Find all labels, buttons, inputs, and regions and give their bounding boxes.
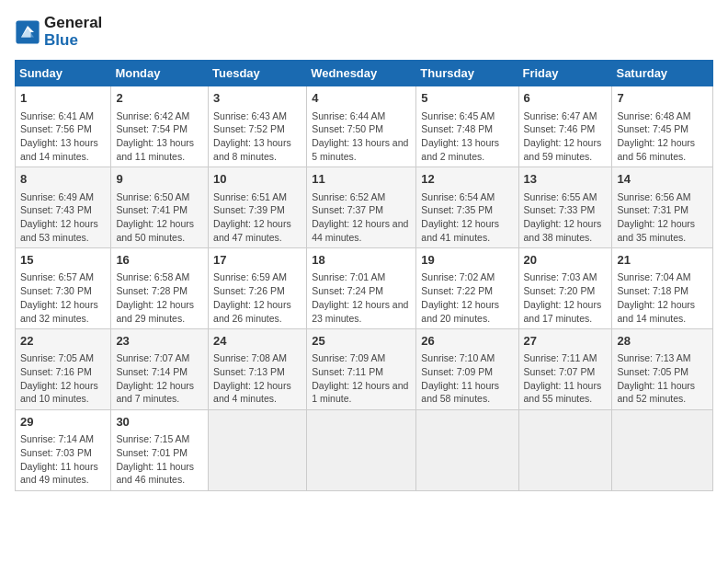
day-number: 20 <box>524 252 608 269</box>
day-number: 11 <box>312 171 411 188</box>
weekday-header-tuesday: Tuesday <box>209 61 307 86</box>
day-info: Sunrise: 6:45 AMSunset: 7:48 PMDaylight:… <box>421 109 513 164</box>
calendar-day-20: 20Sunrise: 7:03 AMSunset: 7:20 PMDayligh… <box>518 248 612 329</box>
calendar-day-16: 16Sunrise: 6:58 AMSunset: 7:28 PMDayligh… <box>111 248 209 329</box>
weekday-header-wednesday: Wednesday <box>307 61 416 86</box>
weekday-header-friday: Friday <box>518 61 612 86</box>
day-info: Sunrise: 7:04 AMSunset: 7:18 PMDaylight:… <box>617 270 708 325</box>
day-info: Sunrise: 7:03 AMSunset: 7:20 PMDaylight:… <box>524 270 608 325</box>
calendar-week-3: 22Sunrise: 7:05 AMSunset: 7:16 PMDayligh… <box>16 329 713 410</box>
day-info: Sunrise: 6:52 AMSunset: 7:37 PMDaylight:… <box>312 190 411 245</box>
day-info: Sunrise: 6:58 AMSunset: 7:28 PMDaylight:… <box>116 270 203 325</box>
calendar-table: SundayMondayTuesdayWednesdayThursdayFrid… <box>15 60 713 491</box>
day-info: Sunrise: 6:56 AMSunset: 7:31 PMDaylight:… <box>617 190 708 245</box>
day-number: 15 <box>20 252 106 269</box>
logo: General Blue <box>15 15 102 49</box>
day-info: Sunrise: 6:51 AMSunset: 7:39 PMDaylight:… <box>213 190 301 245</box>
calendar-day-empty <box>416 410 518 491</box>
calendar-week-4: 29Sunrise: 7:14 AMSunset: 7:03 PMDayligh… <box>16 410 713 491</box>
calendar-day-23: 23Sunrise: 7:07 AMSunset: 7:14 PMDayligh… <box>111 329 209 410</box>
day-number: 21 <box>617 252 708 269</box>
day-number: 19 <box>421 252 513 269</box>
day-number: 24 <box>213 333 301 350</box>
day-number: 17 <box>213 252 301 269</box>
calendar-day-19: 19Sunrise: 7:02 AMSunset: 7:22 PMDayligh… <box>416 248 518 329</box>
calendar-day-1: 1Sunrise: 6:41 AMSunset: 7:56 PMDaylight… <box>16 86 111 167</box>
day-number: 13 <box>524 171 608 188</box>
calendar-day-27: 27Sunrise: 7:11 AMSunset: 7:07 PMDayligh… <box>518 329 612 410</box>
calendar-day-6: 6Sunrise: 6:47 AMSunset: 7:46 PMDaylight… <box>518 86 612 167</box>
day-number: 2 <box>116 90 203 107</box>
day-info: Sunrise: 7:01 AMSunset: 7:24 PMDaylight:… <box>312 270 411 325</box>
calendar-day-13: 13Sunrise: 6:55 AMSunset: 7:33 PMDayligh… <box>518 167 612 248</box>
weekday-header-thursday: Thursday <box>416 61 518 86</box>
calendar-day-26: 26Sunrise: 7:10 AMSunset: 7:09 PMDayligh… <box>416 329 518 410</box>
calendar-day-4: 4Sunrise: 6:44 AMSunset: 7:50 PMDaylight… <box>307 86 416 167</box>
day-info: Sunrise: 6:43 AMSunset: 7:52 PMDaylight:… <box>213 109 301 164</box>
day-info: Sunrise: 7:15 AMSunset: 7:01 PMDaylight:… <box>116 432 203 487</box>
day-number: 29 <box>20 414 106 431</box>
day-number: 4 <box>312 90 411 107</box>
day-number: 30 <box>116 414 203 431</box>
calendar-day-empty <box>518 410 612 491</box>
calendar-day-empty <box>612 410 713 491</box>
calendar-day-2: 2Sunrise: 6:42 AMSunset: 7:54 PMDaylight… <box>111 86 209 167</box>
day-info: Sunrise: 7:14 AMSunset: 7:03 PMDaylight:… <box>20 432 106 487</box>
calendar-day-11: 11Sunrise: 6:52 AMSunset: 7:37 PMDayligh… <box>307 167 416 248</box>
day-number: 7 <box>617 90 708 107</box>
day-number: 14 <box>617 171 708 188</box>
calendar-day-15: 15Sunrise: 6:57 AMSunset: 7:30 PMDayligh… <box>16 248 111 329</box>
day-number: 28 <box>617 333 708 350</box>
calendar-week-2: 15Sunrise: 6:57 AMSunset: 7:30 PMDayligh… <box>16 248 713 329</box>
day-info: Sunrise: 6:42 AMSunset: 7:54 PMDaylight:… <box>116 109 203 164</box>
day-number: 26 <box>421 333 513 350</box>
calendar-day-14: 14Sunrise: 6:56 AMSunset: 7:31 PMDayligh… <box>612 167 713 248</box>
day-info: Sunrise: 6:48 AMSunset: 7:45 PMDaylight:… <box>617 109 708 164</box>
day-info: Sunrise: 6:57 AMSunset: 7:30 PMDaylight:… <box>20 270 106 325</box>
day-number: 3 <box>213 90 301 107</box>
calendar-day-17: 17Sunrise: 6:59 AMSunset: 7:26 PMDayligh… <box>209 248 307 329</box>
calendar-week-0: 1Sunrise: 6:41 AMSunset: 7:56 PMDaylight… <box>16 86 713 167</box>
calendar-week-1: 8Sunrise: 6:49 AMSunset: 7:43 PMDaylight… <box>16 167 713 248</box>
calendar-day-21: 21Sunrise: 7:04 AMSunset: 7:18 PMDayligh… <box>612 248 713 329</box>
day-number: 18 <box>312 252 411 269</box>
day-number: 23 <box>116 333 203 350</box>
calendar-day-29: 29Sunrise: 7:14 AMSunset: 7:03 PMDayligh… <box>16 410 111 491</box>
day-number: 10 <box>213 171 301 188</box>
calendar-day-5: 5Sunrise: 6:45 AMSunset: 7:48 PMDaylight… <box>416 86 518 167</box>
day-info: Sunrise: 6:50 AMSunset: 7:41 PMDaylight:… <box>116 190 203 245</box>
day-info: Sunrise: 7:13 AMSunset: 7:05 PMDaylight:… <box>617 351 708 406</box>
day-info: Sunrise: 7:07 AMSunset: 7:14 PMDaylight:… <box>116 351 203 406</box>
day-info: Sunrise: 7:09 AMSunset: 7:11 PMDaylight:… <box>312 351 411 406</box>
day-info: Sunrise: 6:47 AMSunset: 7:46 PMDaylight:… <box>524 109 608 164</box>
day-number: 27 <box>524 333 608 350</box>
weekday-header-sunday: Sunday <box>16 61 111 86</box>
calendar-day-empty <box>209 410 307 491</box>
day-info: Sunrise: 7:08 AMSunset: 7:13 PMDaylight:… <box>213 351 301 406</box>
calendar-day-8: 8Sunrise: 6:49 AMSunset: 7:43 PMDaylight… <box>16 167 111 248</box>
page-header: General Blue <box>15 15 713 49</box>
calendar-day-24: 24Sunrise: 7:08 AMSunset: 7:13 PMDayligh… <box>209 329 307 410</box>
day-info: Sunrise: 6:54 AMSunset: 7:35 PMDaylight:… <box>421 190 513 245</box>
day-number: 16 <box>116 252 203 269</box>
weekday-header-monday: Monday <box>111 61 209 86</box>
day-info: Sunrise: 6:41 AMSunset: 7:56 PMDaylight:… <box>20 109 106 164</box>
calendar-day-25: 25Sunrise: 7:09 AMSunset: 7:11 PMDayligh… <box>307 329 416 410</box>
day-info: Sunrise: 6:55 AMSunset: 7:33 PMDaylight:… <box>524 190 608 245</box>
day-number: 9 <box>116 171 203 188</box>
day-info: Sunrise: 6:44 AMSunset: 7:50 PMDaylight:… <box>312 109 411 164</box>
day-info: Sunrise: 6:59 AMSunset: 7:26 PMDaylight:… <box>213 270 301 325</box>
calendar-day-30: 30Sunrise: 7:15 AMSunset: 7:01 PMDayligh… <box>111 410 209 491</box>
day-number: 25 <box>312 333 411 350</box>
day-info: Sunrise: 7:02 AMSunset: 7:22 PMDaylight:… <box>421 270 513 325</box>
calendar-day-9: 9Sunrise: 6:50 AMSunset: 7:41 PMDaylight… <box>111 167 209 248</box>
logo-icon <box>15 19 40 45</box>
calendar-day-3: 3Sunrise: 6:43 AMSunset: 7:52 PMDaylight… <box>209 86 307 167</box>
calendar-day-28: 28Sunrise: 7:13 AMSunset: 7:05 PMDayligh… <box>612 329 713 410</box>
day-info: Sunrise: 7:11 AMSunset: 7:07 PMDaylight:… <box>524 351 608 406</box>
weekday-header-saturday: Saturday <box>612 61 713 86</box>
day-number: 1 <box>20 90 106 107</box>
day-number: 6 <box>524 90 608 107</box>
calendar-day-22: 22Sunrise: 7:05 AMSunset: 7:16 PMDayligh… <box>16 329 111 410</box>
calendar-day-7: 7Sunrise: 6:48 AMSunset: 7:45 PMDaylight… <box>612 86 713 167</box>
